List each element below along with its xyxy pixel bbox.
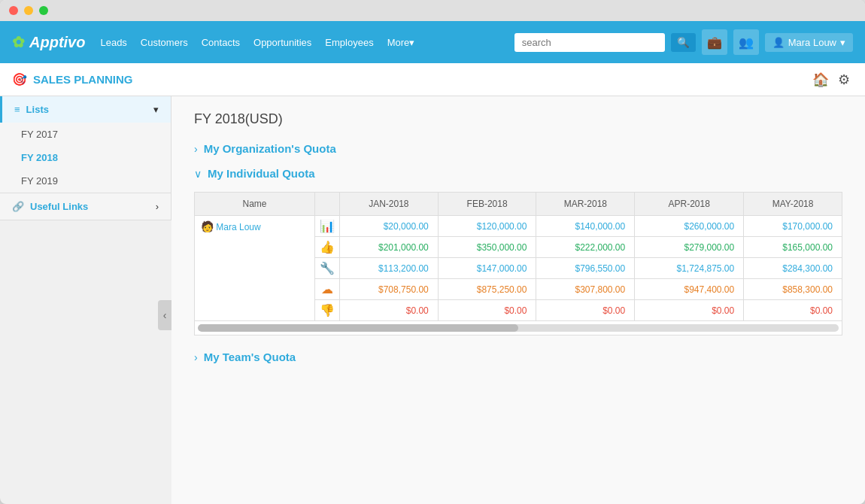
sidebar-item-fy2019[interactable]: FY 2019 — [0, 169, 171, 193]
org-quota-title: My Organization's Quota — [204, 142, 336, 155]
cell-mar-row1: $140,000.00 — [536, 216, 635, 237]
useful-links-left: 🔗 Useful Links — [12, 201, 88, 212]
nav-more[interactable]: More▾ — [387, 37, 415, 48]
search-icon: 🔍 — [677, 37, 690, 48]
subheader-title-area: 🎯 SALES PLANNING — [12, 72, 133, 87]
home-button[interactable]: 🏠 — [809, 68, 832, 91]
sales-planning-icon: 🎯 — [12, 72, 27, 87]
maximize-dot[interactable] — [39, 6, 48, 15]
org-quota-section-header[interactable]: › My Organization's Quota — [194, 142, 842, 155]
col-jan2018: JAN-2018 — [340, 193, 439, 216]
row-icon-cell: 🔧 — [315, 258, 340, 279]
sidebar-item-fy2018[interactable]: FY 2018 — [0, 146, 171, 169]
lists-label: Lists — [26, 104, 49, 115]
cell-feb-row1: $120,000.00 — [438, 216, 536, 237]
cell-feb-row2: $350,000.00 — [438, 237, 536, 258]
nav-links: Leads Customers Contacts Opportunities E… — [100, 37, 414, 48]
thumbs-down-icon: 👎 — [320, 304, 335, 317]
cell-mar-row3: $796,550.00 — [536, 258, 635, 279]
logo-text[interactable]: Apptivo — [29, 34, 85, 51]
person-name-cell[interactable]: 🧑 Mara Louw — [195, 216, 315, 321]
nav-customers[interactable]: Customers — [141, 37, 188, 48]
cloud-icon: ☁ — [321, 283, 333, 296]
col-feb2018: FEB-2018 — [438, 193, 536, 216]
contacts-button[interactable]: 👥 — [733, 29, 759, 55]
page-title-label: SALES PLANNING — [33, 73, 133, 86]
settings-button[interactable]: ⚙ — [835, 68, 853, 91]
search-area: 🔍 💼 👥 👤 Mara Louw ▾ — [514, 29, 853, 55]
user-name: Mara Louw — [788, 37, 836, 48]
person-name[interactable]: Mara Louw — [216, 222, 260, 232]
table-header-row: Name JAN-2018 FEB-2018 MAR-2018 APR-2018… — [195, 193, 842, 216]
table-scroll-row — [195, 321, 842, 335]
lists-chevron-icon: ▾ — [153, 104, 159, 115]
list-icon: ≡ — [14, 104, 20, 115]
row-icon-cell: 👎 — [315, 300, 340, 321]
cell-jan-row1: $20,000.00 — [340, 216, 439, 237]
team-quota-section-header[interactable]: › My Team's Quota — [194, 351, 842, 363]
briefcase-icon: 💼 — [707, 35, 722, 50]
main-layout: ≡ Lists ▾ FY 2017 FY 2018 FY 2019 🔗 Usef — [0, 96, 865, 504]
team-quota-title: My Team's Quota — [204, 351, 296, 363]
nav-leads[interactable]: Leads — [100, 37, 126, 48]
person-icon: 👥 — [739, 35, 754, 50]
cell-apr-row5: $0.00 — [635, 300, 744, 321]
sidebar-item-fy2017[interactable]: FY 2017 — [0, 123, 171, 146]
row-icon-cell: 👍 — [315, 237, 340, 258]
content-area: FY 2018(USD) › My Organization's Quota ∨… — [171, 96, 865, 504]
lists-section: ≡ Lists ▾ FY 2017 FY 2018 FY 2019 — [0, 96, 171, 193]
useful-links-section: 🔗 Useful Links › — [0, 193, 171, 220]
useful-links-header[interactable]: 🔗 Useful Links › — [0, 193, 171, 220]
title-bar — [0, 0, 865, 21]
org-quota-chevron-icon: › — [194, 143, 198, 155]
team-quota-chevron-icon: › — [194, 351, 198, 363]
cell-apr-row1: $260,000.00 — [635, 216, 744, 237]
app-logo: ✿ Apptivo — [12, 33, 85, 51]
individual-quota-table: Name JAN-2018 FEB-2018 MAR-2018 APR-2018… — [194, 192, 842, 335]
col-name: Name — [195, 193, 315, 216]
cell-jan-row2: $201,000.00 — [340, 237, 439, 258]
link-icon: 🔗 — [12, 201, 24, 212]
minimize-dot[interactable] — [24, 6, 33, 15]
fiscal-year-title: FY 2018(USD) — [194, 111, 842, 127]
scroll-thumb[interactable] — [198, 324, 518, 332]
thumbs-up-icon: 👍 — [320, 241, 335, 254]
individual-quota-chevron-icon: ∨ — [194, 168, 202, 180]
cell-may-row3: $284,300.00 — [744, 258, 842, 279]
cell-feb-row5: $0.00 — [438, 300, 536, 321]
wrench-icon: 🔧 — [320, 262, 335, 275]
nav-opportunities[interactable]: Opportunities — [253, 37, 311, 48]
individual-quota-title: My Individual Quota — [208, 167, 315, 180]
search-input[interactable] — [514, 33, 665, 52]
cell-apr-row3: $1,724,875.00 — [635, 258, 744, 279]
cell-mar-row2: $222,000.00 — [536, 237, 635, 258]
quota-chart-icon: 📊 — [320, 220, 335, 232]
table-row: 🧑 Mara Louw 📊 $20,000.00 $120,000.00 $14… — [195, 216, 842, 237]
close-dot[interactable] — [9, 6, 18, 15]
cell-may-row2: $165,000.00 — [744, 237, 842, 258]
col-icon — [315, 193, 340, 216]
lists-header-left: ≡ Lists — [14, 104, 49, 115]
useful-links-chevron-icon: › — [156, 201, 159, 212]
search-button[interactable]: 🔍 — [671, 33, 696, 52]
col-may2018: MAY-2018 — [744, 193, 842, 216]
cell-feb-row4: $875,250.00 — [438, 279, 536, 300]
cell-mar-row4: $307,800.00 — [536, 279, 635, 300]
app-window: ✿ Apptivo Leads Customers Contacts Oppor… — [0, 0, 865, 504]
col-apr2018: APR-2018 — [635, 193, 744, 216]
user-icon: 👤 — [772, 37, 785, 48]
cell-apr-row4: $947,400.00 — [635, 279, 744, 300]
lists-header[interactable]: ≡ Lists ▾ — [0, 96, 171, 123]
nav-employees[interactable]: Employees — [325, 37, 373, 48]
briefcase-button[interactable]: 💼 — [702, 29, 727, 55]
user-menu-button[interactable]: 👤 Mara Louw ▾ — [765, 33, 853, 52]
sidebar-collapse-button[interactable]: ‹ — [158, 300, 171, 330]
horizontal-scrollbar[interactable] — [198, 324, 839, 332]
individual-quota-section-header[interactable]: ∨ My Individual Quota — [194, 167, 842, 180]
logo-leaf-icon: ✿ — [12, 33, 25, 51]
row-icon-cell: ☁ — [315, 279, 340, 300]
nav-contacts[interactable]: Contacts — [202, 37, 240, 48]
cell-mar-row5: $0.00 — [536, 300, 635, 321]
cell-jan-row3: $113,200.00 — [340, 258, 439, 279]
cell-may-row5: $0.00 — [744, 300, 842, 321]
